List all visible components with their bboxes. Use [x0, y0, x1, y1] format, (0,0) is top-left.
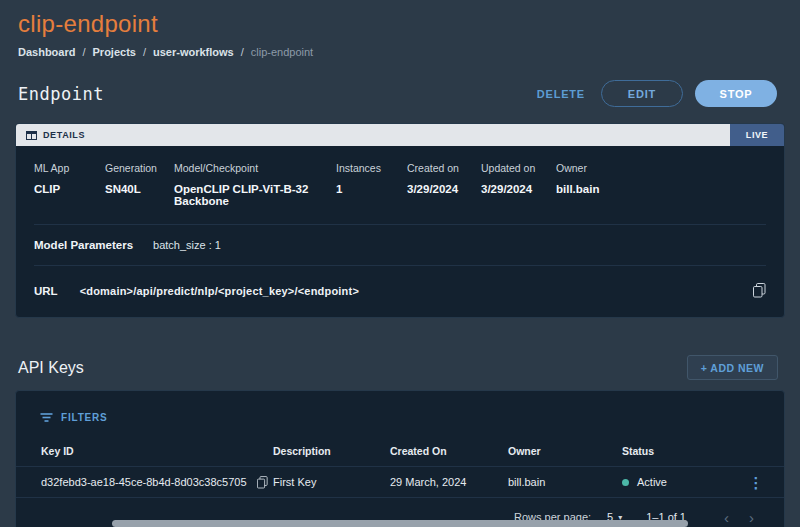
model-parameters-value: batch_size : 1	[153, 239, 221, 251]
page-header: clip-endpoint Dashboard / Projects / use…	[0, 0, 800, 58]
cell-key-id: d32febd3-ae18-45ce-8b4d-8d03c38c5705	[41, 474, 273, 491]
horizontal-scrollbar-thumb[interactable]	[112, 520, 688, 527]
copy-icon	[753, 283, 766, 298]
field-label: Owner	[556, 162, 766, 174]
details-bar: DETAILS	[16, 124, 730, 146]
details-accordion-header[interactable]: DETAILS LIVE	[16, 124, 784, 146]
field-label: Updated on	[481, 162, 556, 174]
add-new-key-button[interactable]: + ADD NEW	[687, 355, 778, 380]
cell-created-on: 29 March, 2024	[390, 476, 508, 488]
filters-button[interactable]: FILTERS	[16, 391, 784, 435]
endpoint-fields-row: ML App CLIP Generation SN40L Model/Check…	[16, 146, 784, 224]
cell-owner: bill.bain	[508, 476, 622, 488]
key-id-value: d32febd3-ae18-45ce-8b4d-8d03c38c5705	[41, 476, 247, 488]
column-header-description: Description	[273, 445, 390, 457]
field-value: bill.bain	[556, 183, 766, 195]
field-created-on: Created on 3/29/2024	[407, 162, 481, 207]
url-label: URL	[34, 285, 58, 297]
endpoint-details-card: DETAILS LIVE ML App CLIP Generation SN40…	[15, 123, 785, 318]
field-owner: Owner bill.bain	[556, 162, 766, 207]
copy-icon	[257, 476, 268, 489]
field-value: 3/29/2024	[407, 183, 481, 195]
model-parameters-row: Model Parameters batch_size : 1	[16, 225, 784, 265]
url-row: URL <domain>/api/predict/nlp/<project_ke…	[16, 266, 784, 317]
field-value: 1	[336, 183, 407, 195]
api-keys-section-title: API Keys	[18, 359, 84, 377]
endpoint-section-title: Endpoint	[18, 84, 104, 104]
breadcrumb: Dashboard / Projects / user-workflows / …	[18, 46, 782, 58]
edit-button[interactable]: EDIT	[601, 80, 683, 107]
field-ml-app: ML App CLIP	[34, 162, 105, 207]
breadcrumb-dashboard[interactable]: Dashboard	[18, 46, 75, 58]
field-model-checkpoint: Model/Checkpoint OpenCLIP CLIP-ViT-B-32 …	[174, 162, 336, 207]
breadcrumb-projects[interactable]: Projects	[93, 46, 136, 58]
active-status-dot-icon	[622, 479, 629, 486]
column-header-key-id: Key ID	[41, 445, 273, 457]
field-generation: Generation SN40L	[105, 162, 174, 207]
endpoint-actions: DELETE EDIT STOP	[533, 80, 777, 107]
field-instances: Instances 1	[336, 162, 407, 207]
breadcrumb-separator: /	[241, 46, 244, 58]
field-label: ML App	[34, 162, 105, 174]
field-value: CLIP	[34, 183, 105, 195]
field-value: OpenCLIP CLIP-ViT-B-32 Backbone	[174, 183, 336, 207]
table-grid-icon	[26, 131, 37, 140]
cell-status: Active	[622, 476, 744, 488]
cell-description: First Key	[273, 476, 390, 488]
breadcrumb-user-workflows[interactable]: user-workflows	[153, 46, 234, 58]
field-value: 3/29/2024	[481, 183, 556, 195]
live-status-badge: LIVE	[730, 124, 784, 146]
field-value: SN40L	[105, 183, 174, 195]
cell-menu: ⋮	[744, 475, 768, 490]
row-kebab-menu-icon[interactable]: ⋮	[749, 475, 764, 490]
breadcrumb-separator: /	[82, 46, 85, 58]
breadcrumb-separator: /	[143, 46, 146, 58]
api-keys-card: FILTERS Key ID Description Created On Ow…	[15, 390, 785, 527]
delete-button[interactable]: DELETE	[533, 82, 589, 106]
table-row: d32febd3-ae18-45ce-8b4d-8d03c38c5705 Fir…	[16, 467, 784, 497]
column-header-created-on: Created On	[390, 445, 508, 457]
field-label: Model/Checkpoint	[174, 162, 336, 174]
copy-key-button[interactable]	[255, 474, 270, 491]
field-updated-on: Updated on 3/29/2024	[481, 162, 556, 207]
status-label: Active	[637, 476, 667, 488]
url-value: <domain>/api/predict/nlp/<project_key>/<…	[80, 285, 359, 297]
copy-url-button[interactable]	[749, 279, 770, 302]
field-label: Generation	[105, 162, 174, 174]
breadcrumb-current-page: clip-endpoint	[251, 46, 313, 58]
column-header-status: Status	[622, 445, 744, 457]
details-bar-label: DETAILS	[43, 130, 85, 140]
next-page-button[interactable]: ›	[739, 509, 764, 526]
column-header-owner: Owner	[508, 445, 622, 457]
previous-page-button[interactable]: ‹	[714, 509, 739, 526]
field-label: Created on	[407, 162, 481, 174]
filter-icon	[40, 413, 53, 422]
page-title: clip-endpoint	[18, 10, 782, 38]
field-label: Instances	[336, 162, 407, 174]
api-keys-header-row: API Keys + ADD NEW	[0, 355, 800, 380]
endpoint-header-row: Endpoint DELETE EDIT STOP	[0, 80, 800, 107]
model-parameters-label: Model Parameters	[34, 239, 133, 251]
api-keys-table-header: Key ID Description Created On Owner Stat…	[16, 435, 784, 466]
stop-button[interactable]: STOP	[695, 80, 777, 107]
filters-label: FILTERS	[61, 412, 108, 423]
